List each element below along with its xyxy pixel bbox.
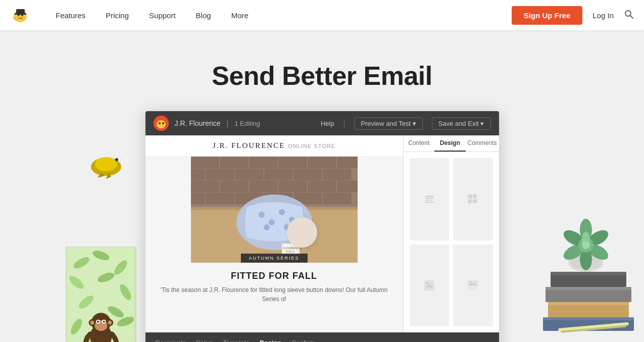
svg-rect-74	[323, 169, 351, 180]
svg-rect-53	[546, 287, 631, 290]
mailchimp-logo[interactable]	[10, 5, 30, 25]
svg-point-12	[115, 158, 118, 161]
svg-rect-64	[220, 157, 248, 168]
email-copy: FITTED FOR FALL 'Tis the season at J.R. …	[145, 263, 403, 312]
svg-rect-68	[337, 157, 358, 168]
svg-point-91	[269, 219, 275, 225]
breadcrumb-template[interactable]: Template	[223, 339, 250, 343]
svg-rect-82	[206, 193, 234, 204]
breadcrumb-recipients[interactable]: Recipients	[156, 339, 186, 343]
nav-more[interactable]: More	[221, 0, 259, 30]
svg-point-95	[284, 224, 290, 230]
breadcrumb-bar: Recipients › Setup › Template › Design ›…	[145, 332, 499, 342]
svg-point-93	[289, 217, 295, 223]
nav-links: Features Pricing Support Blog More	[45, 0, 512, 30]
hero-section: Send Better Email	[0, 30, 644, 342]
breadcrumb-design[interactable]: Design	[260, 339, 281, 343]
tab-comments[interactable]: Comments	[466, 135, 499, 152]
svg-rect-81	[191, 193, 205, 204]
breadcrumb-chevron-4: ›	[285, 339, 287, 342]
svg-rect-119	[468, 289, 475, 290]
svg-point-31	[97, 321, 99, 323]
svg-point-117	[469, 281, 471, 283]
autumn-badge: AUTUMN SERIES	[240, 254, 307, 263]
nav-features[interactable]: Features	[45, 0, 95, 30]
svg-point-32	[103, 321, 105, 323]
breadcrumb-chevron-3: ›	[254, 339, 256, 342]
svg-rect-69	[191, 169, 205, 180]
nav-actions: Sign Up Free Log In	[512, 6, 634, 25]
breadcrumb-chevron-1: ›	[190, 339, 192, 342]
svg-rect-118	[468, 287, 478, 288]
svg-rect-50	[548, 303, 629, 317]
app-logo	[154, 116, 169, 131]
email-preview-panel: J.R. Flourence ONLINE STORE	[145, 135, 403, 332]
svg-rect-67	[308, 157, 336, 168]
svg-rect-80	[337, 181, 358, 192]
svg-rect-55	[551, 272, 626, 275]
svg-rect-73	[294, 169, 322, 180]
svg-point-98	[294, 232, 305, 238]
svg-rect-49	[543, 317, 634, 320]
email-headline: FITTED FOR FALL	[154, 271, 395, 281]
right-design-panel: Content Design Comments	[403, 135, 499, 332]
app-topbar-divider: |	[227, 119, 229, 127]
nav-pricing[interactable]: Pricing	[95, 0, 139, 30]
svg-point-115	[426, 282, 428, 284]
svg-rect-103	[425, 198, 433, 199]
app-window: J.R. Flourence | 1 Editing Help | Previe…	[145, 111, 499, 342]
svg-rect-72	[265, 169, 292, 180]
svg-point-96	[289, 234, 310, 246]
app-editing-count: 1 Editing	[234, 120, 260, 127]
login-link[interactable]: Log In	[592, 11, 614, 20]
tab-design[interactable]: Design	[434, 135, 466, 152]
svg-rect-77	[250, 181, 277, 192]
nav-blog[interactable]: Blog	[186, 0, 221, 30]
svg-point-10	[95, 157, 117, 171]
tab-content[interactable]: Content	[404, 135, 435, 152]
svg-rect-51	[548, 302, 629, 305]
preview-test-button[interactable]: Preview and Test ▾	[354, 117, 422, 130]
breadcrumb-setup[interactable]: Setup	[196, 339, 213, 343]
app-main-content: J.R. Flourence ONLINE STORE	[145, 135, 499, 332]
bird-decoration	[83, 146, 129, 182]
svg-point-34	[90, 321, 94, 325]
svg-point-97	[290, 230, 309, 240]
breadcrumb-confirm[interactable]: Confirm	[291, 339, 315, 343]
right-books-decoration	[533, 258, 644, 342]
svg-point-90	[259, 212, 265, 218]
svg-rect-52	[546, 288, 631, 302]
svg-point-36	[108, 321, 112, 325]
app-user-name: J.R. Flourence	[175, 119, 221, 127]
svg-rect-79	[308, 181, 336, 192]
svg-rect-105	[425, 202, 433, 203]
block-social[interactable]: f in	[453, 158, 493, 240]
svg-point-61	[162, 122, 164, 124]
svg-rect-76	[220, 181, 248, 192]
email-body-text: 'Tis the season at J.R. Flourence for fi…	[154, 285, 395, 304]
svg-point-47	[582, 241, 590, 249]
block-image-1[interactable]	[410, 245, 450, 327]
svg-rect-70	[206, 169, 234, 180]
svg-text:in: in	[474, 201, 476, 203]
search-icon[interactable]	[624, 9, 634, 22]
block-image-text[interactable]	[453, 245, 493, 327]
email-header: J.R. Flourence ONLINE STORE	[145, 135, 403, 157]
store-subtitle: ONLINE STORE	[288, 143, 335, 149]
store-name: J.R. Flourence	[213, 141, 285, 150]
svg-rect-54	[551, 273, 626, 287]
help-button[interactable]: Help	[318, 120, 337, 127]
breadcrumb-chevron-2: ›	[217, 339, 219, 342]
save-exit-button[interactable]: Save and Exit ▾	[432, 117, 491, 130]
nav-support[interactable]: Support	[139, 0, 186, 30]
svg-rect-78	[279, 181, 307, 192]
svg-point-94	[264, 224, 270, 230]
signup-button[interactable]: Sign Up Free	[512, 6, 583, 25]
panel-content-blocks: f in	[404, 152, 499, 332]
svg-rect-104	[425, 200, 432, 201]
svg-text:f: f	[474, 195, 475, 198]
block-text[interactable]	[410, 158, 450, 240]
svg-rect-116	[468, 280, 478, 286]
svg-text:SIZE M: SIZE M	[286, 250, 294, 253]
svg-line-8	[630, 15, 633, 18]
